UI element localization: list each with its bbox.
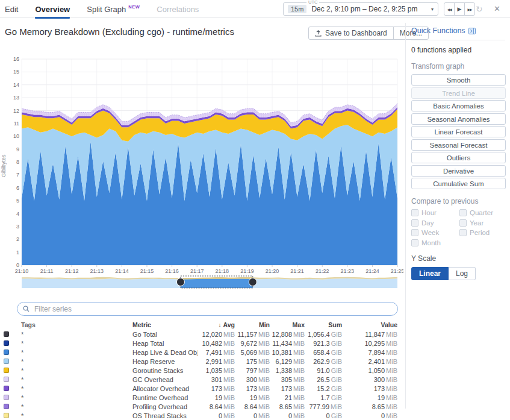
row-tags: * xyxy=(11,403,132,410)
series-swatch xyxy=(4,368,9,373)
fast-forward-icon: ▶▶ xyxy=(467,7,471,11)
row-sum: 1,056.4GiB xyxy=(306,331,343,338)
row-tags: * xyxy=(11,385,132,392)
play-button[interactable]: ▶ xyxy=(455,3,465,15)
series-swatch xyxy=(4,395,9,400)
table-row[interactable]: * Heap Reserve 2,991MiB 175MiB 6,129MiB … xyxy=(0,357,399,366)
svg-text:21:25: 21:25 xyxy=(391,268,403,274)
row-tags: * xyxy=(11,367,132,374)
close-icon: ✕ xyxy=(494,4,500,13)
table-row[interactable]: * OS Thread Stacks 0MiB 0MiB 0MiB 0GiB 0… xyxy=(0,411,399,420)
checkbox-icon xyxy=(411,229,418,236)
quick-functions-label: Quick Functions xyxy=(411,27,465,35)
trend-line-button: Trend Line xyxy=(411,87,506,99)
y-scale-toggle: Linear Log xyxy=(411,267,510,280)
svg-text:11: 11 xyxy=(14,121,19,127)
table-row[interactable]: * Heap Total 10,482MiB 9,672MiB 11,434Mi… xyxy=(0,339,399,348)
table-row[interactable]: * Heap Live & Dead Objects 7,491MiB 5,06… xyxy=(0,348,399,357)
refresh-button: ↻ xyxy=(476,3,483,15)
tab-edit[interactable]: Edit xyxy=(5,0,18,18)
time-range-picker[interactable]: UTC 15m Dec 2, 9:10 pm – Dec 2, 9:25 pm … xyxy=(283,2,438,16)
svg-text:1: 1 xyxy=(16,249,19,255)
new-badge: NEW xyxy=(128,4,140,10)
table-row[interactable]: * Allocator Overhead 173MiB 173MiB 173Mi… xyxy=(0,384,399,393)
row-value: 0MiB xyxy=(343,412,399,419)
col-tags[interactable]: Tags xyxy=(11,321,132,328)
row-avg: 2,991MiB xyxy=(197,358,236,365)
tab-split-graph[interactable]: Split GraphNEW xyxy=(87,0,140,18)
memory-chart[interactable]: 21:1021:1121:1221:1321:1421:1521:1621:17… xyxy=(0,53,403,275)
row-metric: Heap Live & Dead Objects xyxy=(132,349,197,356)
table-row[interactable]: * Goroutine Stacks 1,035MiB 797MiB 1,338… xyxy=(0,366,399,375)
cumulative-sum-button[interactable]: Cumulative Sum xyxy=(411,178,506,189)
shift-back-button[interactable]: ◀◀ xyxy=(444,3,455,15)
save-to-dashboard-button[interactable]: Save to Dashboard xyxy=(309,27,394,39)
close-button[interactable]: ✕ xyxy=(494,3,500,15)
quick-functions-link[interactable]: Quick Functions xyxy=(411,27,510,35)
row-metric: Profiling Overhead xyxy=(132,403,197,410)
row-avg: 0MiB xyxy=(197,412,236,419)
tab-edit-label: Edit xyxy=(5,5,18,14)
svg-text:13: 13 xyxy=(13,95,19,101)
outliers-button[interactable]: Outliers xyxy=(411,152,506,163)
row-avg: 301MiB xyxy=(197,376,236,383)
table-row[interactable]: * Runtime Overhead 19MiB 19MiB 21MiB 1.7… xyxy=(0,393,399,402)
row-metric: Runtime Overhead xyxy=(132,394,197,401)
filter-series-box xyxy=(17,302,398,316)
series-swatch xyxy=(4,413,9,418)
svg-text:21:10: 21:10 xyxy=(15,268,29,274)
tab-correlations-label: Correlations xyxy=(157,5,199,14)
chevron-down-icon: ▾ xyxy=(431,7,434,12)
svg-text:21:20: 21:20 xyxy=(266,268,279,274)
series-table: Tags Metric ↓Avg Min Max Sum Value * Go … xyxy=(0,320,399,420)
linear-forecast-button[interactable]: Linear Forecast xyxy=(411,126,506,137)
col-sum[interactable]: Sum xyxy=(306,321,343,328)
transform-graph-label: Transform graph xyxy=(411,62,510,71)
row-metric: OS Thread Stacks xyxy=(132,412,197,419)
smooth-button[interactable]: Smooth xyxy=(411,74,506,86)
svg-text:0: 0 xyxy=(16,262,19,268)
svg-text:21:23: 21:23 xyxy=(341,268,355,274)
y-scale-label: Y Scale xyxy=(411,254,510,263)
table-row[interactable]: * Go Total 12,020MiB 11,157MiB 12,808MiB… xyxy=(0,330,399,339)
y-scale-log-button[interactable]: Log xyxy=(449,267,476,280)
search-icon xyxy=(23,306,30,312)
checkbox-icon xyxy=(411,219,418,227)
chart-minimap[interactable] xyxy=(0,274,403,291)
brush-handle-left[interactable] xyxy=(176,278,184,286)
col-metric[interactable]: Metric xyxy=(132,321,197,328)
table-row[interactable]: * Profiling Overhead 8.64MiB 8.64MiB 8.6… xyxy=(0,402,399,411)
derivative-button[interactable]: Derivative xyxy=(411,165,506,177)
seasonal-anomalies-button[interactable]: Seasonal Anomalies xyxy=(411,113,506,125)
filter-series-input[interactable] xyxy=(33,304,392,314)
row-sum: 0GiB xyxy=(306,412,343,419)
col-value[interactable]: Value xyxy=(343,321,399,328)
row-min: 173MiB xyxy=(236,385,271,392)
row-min: 11,157MiB xyxy=(236,331,271,338)
col-max[interactable]: Max xyxy=(271,321,306,328)
svg-text:21:17: 21:17 xyxy=(190,268,204,274)
export-icon xyxy=(315,30,322,37)
row-metric: Heap Total xyxy=(132,340,197,347)
timezone-label: UTC xyxy=(306,0,319,5)
shift-forward-button[interactable]: ▶▶ xyxy=(465,3,474,15)
tab-overview[interactable]: Overview xyxy=(35,0,70,18)
tab-correlations[interactable]: Correlations xyxy=(157,0,199,18)
col-avg[interactable]: ↓Avg xyxy=(197,321,236,328)
chart-series xyxy=(22,104,397,265)
svg-text:3: 3 xyxy=(16,224,19,230)
col-min[interactable]: Min xyxy=(236,321,271,328)
row-max: 21MiB xyxy=(271,394,306,401)
tab-overview-label: Overview xyxy=(35,5,70,14)
time-shift-controls: ◀◀ ▶ ▶▶ xyxy=(444,2,475,16)
row-min: 300MiB xyxy=(236,376,271,383)
row-sum: 15.2GiB xyxy=(306,385,343,392)
svg-text:21:22: 21:22 xyxy=(316,268,329,274)
basic-anomalies-button[interactable]: Basic Anomalies xyxy=(411,100,506,111)
row-metric: GC Overhead xyxy=(132,376,197,383)
table-row[interactable]: * GC Overhead 301MiB 300MiB 305MiB 26.5G… xyxy=(0,375,399,384)
seasonal-forecast-button[interactable]: Seasonal Forecast xyxy=(411,139,506,151)
compare-month-checkbox: Month xyxy=(411,239,459,246)
brush-handle-right[interactable] xyxy=(249,278,257,286)
y-scale-linear-button[interactable]: Linear xyxy=(411,267,449,280)
